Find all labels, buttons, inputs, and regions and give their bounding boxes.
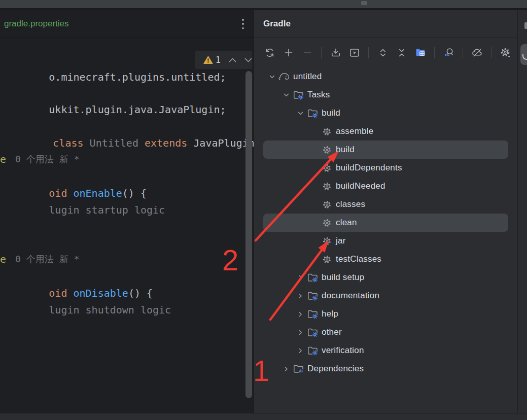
inspection-widget[interactable]: 1 bbox=[195, 51, 252, 69]
chevron-spacer bbox=[309, 254, 320, 264]
editor-pane: gradle.properties o.minecraft.plugins.un… bbox=[0, 10, 254, 413]
author-inlay-hint[interactable]: 新 * bbox=[59, 251, 80, 268]
download-sources-button[interactable] bbox=[329, 46, 342, 60]
group-modules-button[interactable] bbox=[413, 46, 427, 60]
sync-button[interactable] bbox=[263, 46, 276, 60]
tree-item-build[interactable]: build bbox=[263, 141, 508, 159]
ide-window: gradle.properties o.minecraft.plugins.un… bbox=[0, 0, 527, 420]
tree-item-label: other bbox=[322, 327, 342, 337]
class-line-tail: JavaPlugin { bbox=[187, 137, 254, 149]
author-inlay-hint[interactable]: 新 * bbox=[59, 151, 80, 168]
chevron-down-icon[interactable] bbox=[295, 108, 306, 118]
tree-item-label: documentation bbox=[322, 291, 379, 301]
tab-gradle-properties[interactable]: gradle.properties bbox=[4, 10, 69, 38]
usages-inlay-hint[interactable]: 0 个用法 bbox=[15, 151, 54, 168]
warning-count: 1 bbox=[216, 55, 221, 65]
stripe-mini-icon bbox=[524, 22, 527, 29]
tree-item-tasks[interactable]: Tasks bbox=[263, 86, 508, 104]
code-line-override-hint-2: e 0 个用法 新 * bbox=[0, 251, 254, 268]
gear-icon bbox=[320, 235, 333, 247]
chevron-down-icon[interactable] bbox=[266, 72, 277, 82]
chevron-right-icon[interactable] bbox=[280, 364, 292, 374]
tree-item-build-setup[interactable]: build setup bbox=[263, 268, 508, 287]
group-modules-icon bbox=[414, 47, 427, 59]
tree-item-other[interactable]: other bbox=[263, 323, 508, 341]
tree-item-build[interactable]: build bbox=[263, 104, 508, 122]
chevron-down-icon[interactable] bbox=[244, 58, 252, 62]
tree-item-clean[interactable]: clean bbox=[263, 214, 508, 232]
chevron-spacer bbox=[309, 236, 320, 246]
tree-item-buildneeded[interactable]: buildNeeded bbox=[263, 177, 508, 195]
tree-item-label: jar bbox=[336, 236, 346, 246]
collapse-all-icon bbox=[396, 47, 408, 59]
tree-item-assemble[interactable]: assemble bbox=[263, 122, 508, 141]
code-line-class: class Untitled extends JavaPlugin {0个用 bbox=[4, 117, 254, 134]
expand-all-button[interactable] bbox=[376, 46, 390, 60]
run-task-button[interactable] bbox=[347, 46, 361, 60]
keyword-extends: extends bbox=[145, 137, 187, 149]
gear-icon bbox=[320, 254, 333, 265]
tree-item-untitled[interactable]: untitled bbox=[263, 67, 508, 86]
add-icon bbox=[283, 47, 295, 59]
code-line-package: o.minecraft.plugins.untitled; bbox=[0, 51, 226, 68]
code-line-ondisable: oid onDisable() { bbox=[0, 267, 153, 285]
gradle-tool-window: Gradle bbox=[254, 10, 517, 413]
usages-inlay-hint[interactable]: 0 个用法 bbox=[15, 251, 54, 268]
chevron-spacer bbox=[309, 218, 320, 228]
gear-icon bbox=[320, 162, 333, 173]
chevron-right-icon[interactable] bbox=[295, 272, 306, 283]
expand-all-icon bbox=[377, 47, 389, 59]
code-editor[interactable]: o.minecraft.plugins.untitled; 1 bbox=[0, 38, 254, 413]
chevron-spacer bbox=[309, 199, 320, 209]
add-button[interactable] bbox=[282, 46, 295, 60]
window-titlebar bbox=[0, 0, 527, 10]
gear-icon bbox=[320, 199, 333, 210]
chevron-up-icon[interactable] bbox=[229, 58, 236, 62]
tree-item-label: build bbox=[322, 108, 340, 118]
settings-button[interactable] bbox=[499, 46, 512, 60]
chevron-down-icon[interactable] bbox=[280, 90, 292, 100]
remove-button[interactable] bbox=[300, 46, 314, 60]
chevron-spacer bbox=[309, 163, 320, 173]
gradle-stripe-button[interactable] bbox=[520, 44, 527, 65]
editor-vertical-scrollbar[interactable] bbox=[245, 71, 252, 398]
tree-item-classes[interactable]: classes bbox=[263, 195, 508, 214]
tree-item-jar[interactable]: jar bbox=[263, 232, 508, 250]
tree-item-documentation[interactable]: documentation bbox=[263, 287, 508, 305]
dependency-analyzer-button[interactable] bbox=[442, 46, 455, 60]
comment-text: lugin startup logic bbox=[49, 204, 165, 216]
chevron-right-icon[interactable] bbox=[295, 309, 306, 319]
code-line-onenable: oid onEnable() { bbox=[0, 167, 147, 185]
gear-icon bbox=[320, 181, 333, 192]
tree-item-label: build setup bbox=[322, 272, 364, 283]
kebab-menu-icon[interactable] bbox=[241, 19, 244, 29]
status-bar bbox=[0, 413, 527, 420]
tree-item-help[interactable]: help bbox=[263, 305, 508, 323]
tree-item-label: assemble bbox=[336, 126, 373, 136]
folder-gear-icon bbox=[306, 108, 319, 119]
chevron-right-icon[interactable] bbox=[295, 291, 306, 301]
gear-icon bbox=[320, 217, 333, 228]
gear-icon bbox=[320, 144, 333, 155]
offline-mode-button[interactable] bbox=[470, 46, 484, 60]
tree-item-label: buildNeeded bbox=[336, 181, 385, 191]
gradle-elephant-icon bbox=[277, 71, 291, 82]
chevron-right-icon[interactable] bbox=[295, 327, 306, 337]
dependency-analyzer-icon bbox=[443, 47, 455, 59]
tree-item-builddependents[interactable]: buildDependents bbox=[263, 159, 508, 177]
tool-window-stripe bbox=[517, 10, 527, 413]
folder-gear-icon bbox=[292, 89, 305, 100]
chevron-right-icon[interactable] bbox=[295, 345, 306, 356]
folder-gear-icon bbox=[306, 308, 319, 320]
gradle-elephant-icon bbox=[522, 54, 527, 60]
collapse-all-button[interactable] bbox=[395, 46, 408, 60]
remove-icon bbox=[301, 47, 313, 59]
sync-icon bbox=[264, 47, 276, 59]
warning-icon bbox=[203, 56, 213, 64]
tree-item-testclasses[interactable]: testClasses bbox=[263, 250, 508, 268]
folder-gear-icon bbox=[306, 272, 319, 283]
tree-item-verification[interactable]: verification bbox=[263, 341, 508, 360]
tree-item-label: build bbox=[336, 145, 355, 155]
tree-item-label: untitled bbox=[293, 72, 322, 82]
tree-item-dependencies[interactable]: Dependencies bbox=[263, 360, 508, 378]
